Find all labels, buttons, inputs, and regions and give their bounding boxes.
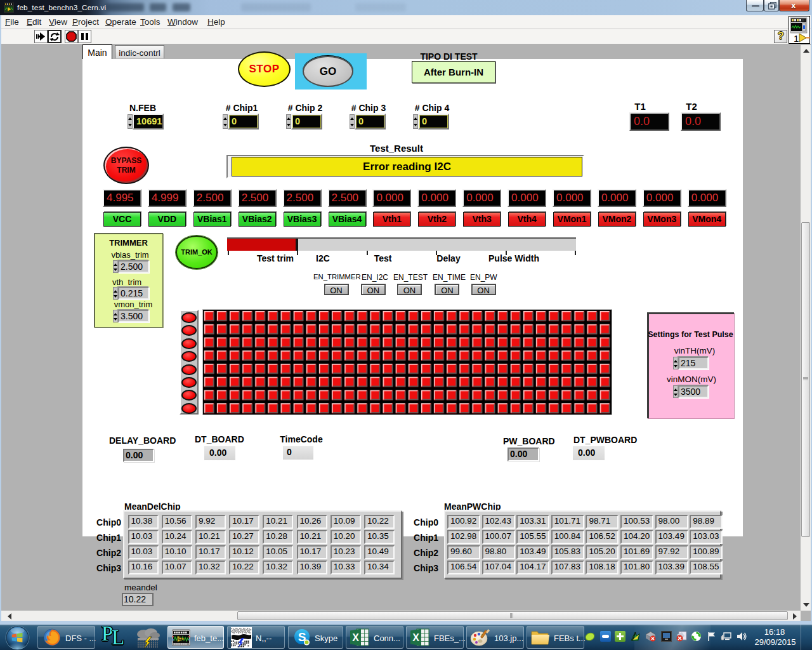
svg-text:X: X xyxy=(412,632,419,643)
svg-text:X: X xyxy=(352,632,359,643)
svg-text:1: 1 xyxy=(794,33,799,44)
